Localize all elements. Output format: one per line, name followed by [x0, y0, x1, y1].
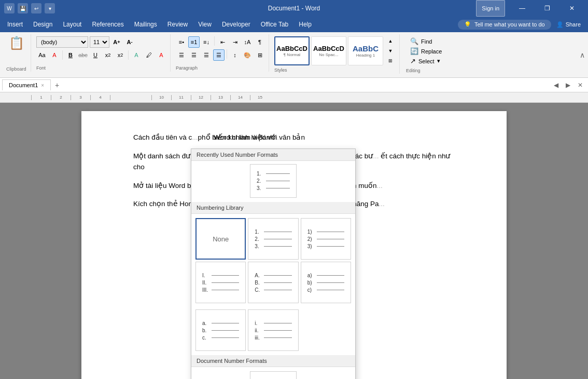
decrease-indent-button[interactable]: ⇤ [217, 36, 228, 48]
menu-references[interactable]: References [87, 19, 129, 30]
font-label: Font [36, 63, 167, 71]
styles-expand[interactable]: ⊞ [385, 56, 396, 65]
font-color-button[interactable]: A [156, 49, 167, 61]
new-tab-button[interactable]: + [51, 79, 63, 91]
numeric-dot-item[interactable]: 1. 2. 3. [248, 218, 298, 260]
font-group: (body) 11 A+ A- Aa A B abc U x2 x2 A 🖊 A… [33, 34, 171, 72]
menu-help[interactable]: Help [293, 19, 317, 30]
tab-scroll-right[interactable]: ▶ [563, 80, 573, 90]
ruler: 1 2 3 4 10 11 12 13 14 15 [0, 92, 588, 103]
title-controls: Sign in — ❐ ✕ [476, 0, 584, 17]
italic-button[interactable]: abc [77, 49, 89, 61]
menu-layout[interactable]: Layout [58, 19, 87, 30]
search-icon: 🔍 [410, 37, 418, 45]
main-area: Cách đầu tiên và c... phổ biến khi làm v… [0, 103, 588, 379]
roman-upper-item[interactable]: I. II. III. [195, 262, 246, 303]
style-no-spacing[interactable]: AaBbCcD No Spac... [311, 36, 346, 65]
tell-me-bar[interactable]: 💡 Tell me what you want to do [458, 20, 551, 30]
find-button[interactable]: 🔍 Find [406, 36, 446, 46]
recently-used-item[interactable]: 1. 2. 3. [250, 164, 297, 198]
justify-button[interactable]: ☰ [213, 49, 225, 61]
style-heading1[interactable]: AaBbC Heading 1 [348, 36, 383, 65]
recently-used-section: 1. 2. 3. [191, 161, 355, 202]
decrease-font-button[interactable]: A- [124, 36, 135, 48]
shading-button[interactable]: 🎨 [242, 49, 253, 61]
text-effects-button[interactable]: A [131, 49, 142, 61]
document-tab[interactable]: Document1 × [2, 79, 51, 90]
align-center-button[interactable]: ☰ [188, 49, 200, 61]
minimize-button[interactable]: — [510, 0, 534, 17]
alpha-lower-dot-item[interactable]: a. b. c. [195, 309, 246, 351]
clear-format-button[interactable]: A [49, 49, 60, 61]
doc-tab-close[interactable]: × [41, 83, 44, 88]
style-normal[interactable]: AaBbCcD ¶ Normal [274, 36, 310, 65]
text-highlight-button[interactable]: 🖊 [143, 49, 155, 61]
app-icon: W [4, 3, 15, 13]
menu-insert[interactable]: Insert [2, 19, 28, 30]
quick-access-undo[interactable]: ↩ [31, 3, 41, 13]
document-formats-title: Document Number Formats [191, 355, 355, 367]
styles-scroll-down[interactable]: ▼ [385, 46, 396, 56]
tab-scroll-left[interactable]: ◀ [551, 80, 562, 90]
numeric-paren-item[interactable]: 1) 2) 3) [301, 218, 351, 260]
styles-group: AaBbCcD ¶ Normal AaBbCcD No Spac... AaBb… [271, 34, 400, 74]
sign-in-button[interactable]: Sign in [476, 0, 505, 17]
increase-indent-button[interactable]: ⇥ [229, 36, 241, 48]
title-bar: W 💾 ↩ ▾ Document1 - Word Sign in — ❐ ✕ [0, 0, 588, 17]
styles-label: Styles [274, 65, 396, 73]
change-case-button[interactable]: Aa [36, 49, 48, 61]
alpha-lower-paren-item[interactable]: a) b) c) [301, 262, 351, 303]
replace-button[interactable]: 🔄 Replace [406, 46, 446, 56]
numbering-library-grid-row2: a. b. c. i. ii. iii. [191, 307, 355, 355]
window-title: Document1 - Word [268, 5, 320, 12]
numbering-dropdown: Recently Used Number Formats 1. 2. 3. Nu… [191, 148, 356, 379]
underline-button[interactable]: U [90, 49, 101, 61]
menu-bar: Insert Design Layout References Mailings… [0, 17, 588, 32]
increase-font-button[interactable]: A+ [111, 36, 122, 48]
menu-developer[interactable]: Developer [217, 19, 256, 30]
quick-access-more[interactable]: ▾ [45, 3, 55, 13]
multilevel-list-button[interactable]: ≡↓ [201, 36, 212, 48]
menu-view[interactable]: View [193, 19, 217, 30]
menu-officetab[interactable]: Office Tab [256, 19, 294, 30]
bullets-button[interactable]: ≡• [176, 36, 187, 48]
select-button[interactable]: ↗ Select ▾ [406, 56, 446, 66]
document-formats-section: 1. 2. 3. [191, 367, 355, 379]
editing-group: 🔍 Find 🔄 Replace ↗ Select ▾ Editing [402, 34, 450, 74]
none-item[interactable]: None [195, 218, 246, 260]
menu-review[interactable]: Review [162, 19, 193, 30]
subscript-button[interactable]: x2 [102, 49, 114, 61]
recent-list-preview: 1. 2. 3. [253, 169, 294, 193]
tab-bar: Document1 × + ◀ ▶ ✕ [0, 78, 588, 92]
superscript-button[interactable]: x2 [115, 49, 126, 61]
menu-design[interactable]: Design [28, 19, 58, 30]
tab-close-all[interactable]: ✕ [575, 80, 586, 90]
show-formatting-button[interactable]: ¶ [254, 36, 265, 48]
alpha-upper-item[interactable]: A. B. C. [248, 262, 298, 303]
menu-mailings[interactable]: Mailings [129, 19, 162, 30]
roman-lower-item[interactable]: i. ii. iii. [248, 309, 298, 351]
recently-used-title: Recently Used Number Formats [191, 149, 355, 161]
borders-button[interactable]: ⊞ [254, 49, 265, 61]
bold-button[interactable]: B [65, 49, 76, 61]
line-spacing-button[interactable]: ↕ [229, 49, 241, 61]
sort-button[interactable]: ↕A [242, 36, 253, 48]
restore-button[interactable]: ❐ [535, 0, 559, 17]
clipboard-label: Clipboard [6, 64, 26, 72]
align-right-button[interactable]: ☰ [201, 49, 212, 61]
font-family-select[interactable]: (body) [36, 36, 88, 48]
close-button[interactable]: ✕ [560, 0, 584, 17]
numbering-button[interactable]: ≡1 [188, 36, 200, 48]
align-left-button[interactable]: ☰ [176, 49, 187, 61]
styles-scroll-up[interactable]: ▲ [385, 36, 396, 46]
paste-button[interactable]: 📋 [6, 34, 27, 52]
numbering-library-title: Numbering Library [191, 202, 355, 214]
lightbulb-icon: 💡 [464, 21, 471, 28]
select-icon: ↗ [410, 57, 416, 65]
collapse-ribbon-button[interactable]: ∧ [580, 51, 585, 59]
document-format-item[interactable]: 1. 2. 3. [250, 371, 297, 379]
font-size-select[interactable]: 11 [90, 36, 109, 48]
title-icons: W 💾 ↩ ▾ [4, 3, 55, 13]
share-button[interactable]: 👤 Share [551, 20, 586, 30]
quick-access-save[interactable]: 💾 [18, 3, 28, 13]
